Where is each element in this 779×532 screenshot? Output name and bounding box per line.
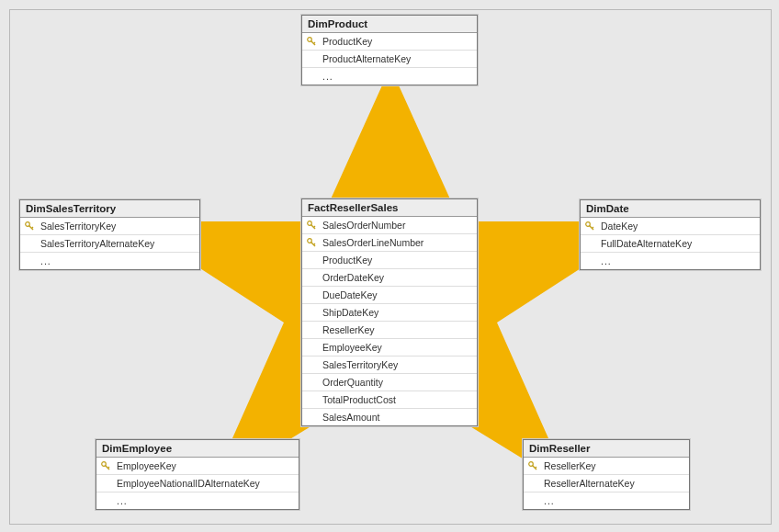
column-name: EmployeeKey xyxy=(319,342,382,353)
column-name: FullDateAlternateKey xyxy=(597,238,692,249)
table-title: DimDate xyxy=(581,200,760,218)
column-name: ShipDateKey xyxy=(319,307,378,318)
column-name: TotalProductCost xyxy=(319,394,396,405)
column-name: SalesTerritoryKey xyxy=(37,221,116,232)
table-DimEmployee[interactable]: DimEmployee EmployeeKey EmployeeNational… xyxy=(96,439,299,510)
table-row[interactable]: SalesAmount xyxy=(302,408,477,425)
table-row[interactable]: SalesTerritoryKey xyxy=(20,218,199,234)
table-DimDate[interactable]: DimDate DateKey FullDateAlternateKey ... xyxy=(580,199,761,270)
column-name: DueDateKey xyxy=(319,289,378,300)
table-DimSalesTerritory[interactable]: DimSalesTerritory SalesTerritoryKey Sale… xyxy=(19,199,200,270)
table-row-ellipsis[interactable]: ... xyxy=(581,252,760,269)
column-name: ResellerKey xyxy=(540,460,596,471)
column-ellipsis: ... xyxy=(113,495,128,506)
table-title: DimEmployee xyxy=(96,440,299,458)
diagram-canvas: DimProduct ProductKey ProductAlternateKe… xyxy=(9,9,772,525)
svg-line-21 xyxy=(536,467,537,469)
table-FactResellerSales[interactable]: FactResellerSales SalesOrderNumber Sales… xyxy=(301,198,478,426)
table-row[interactable]: ResellerAlternateKey xyxy=(524,474,689,492)
table-row-ellipsis[interactable]: ... xyxy=(20,252,199,269)
table-row[interactable]: OrderDateKey xyxy=(302,268,477,286)
column-name: OrderDateKey xyxy=(319,272,384,283)
column-name: SalesTerritoryKey xyxy=(319,359,398,370)
table-row[interactable]: ResellerKey xyxy=(302,321,477,338)
column-name: ResellerAlternateKey xyxy=(540,478,635,489)
column-name: ProductKey xyxy=(319,36,372,47)
key-icon xyxy=(582,221,597,231)
svg-line-18 xyxy=(108,467,110,469)
svg-line-9 xyxy=(314,226,316,228)
column-ellipsis: ... xyxy=(319,71,333,82)
column-name: EmployeeKey xyxy=(113,460,176,471)
key-icon xyxy=(525,461,540,470)
table-title: DimSalesTerritory xyxy=(20,200,199,218)
svg-line-15 xyxy=(593,227,594,229)
table-row[interactable]: EmployeeNationalIDAlternateKey xyxy=(96,474,299,492)
column-ellipsis: ... xyxy=(37,255,51,266)
svg-line-3 xyxy=(314,42,316,44)
key-icon xyxy=(22,221,37,231)
table-row[interactable]: SalesOrderLineNumber xyxy=(302,233,477,251)
table-row[interactable]: SalesOrderNumber xyxy=(302,217,477,233)
svg-line-12 xyxy=(314,243,316,245)
key-icon xyxy=(304,221,319,230)
table-DimProduct[interactable]: DimProduct ProductKey ProductAlternateKe… xyxy=(301,15,478,85)
table-row[interactable]: SalesTerritoryAlternateKey xyxy=(20,234,199,252)
table-row[interactable]: ShipDateKey xyxy=(302,303,477,321)
table-title: DimProduct xyxy=(302,16,477,33)
table-row-ellipsis[interactable]: ... xyxy=(524,492,689,509)
table-row-ellipsis[interactable]: ... xyxy=(302,67,477,85)
key-icon xyxy=(304,238,319,247)
table-row[interactable]: OrderQuantity xyxy=(302,373,477,391)
table-row[interactable]: TotalProductCost xyxy=(302,391,477,408)
table-row[interactable]: ResellerKey xyxy=(524,458,689,474)
table-row[interactable]: DueDateKey xyxy=(302,286,477,303)
table-row[interactable]: EmployeeKey xyxy=(302,338,477,356)
table-row[interactable]: EmployeeKey xyxy=(96,458,299,474)
svg-line-6 xyxy=(32,227,34,229)
table-row[interactable]: DateKey xyxy=(581,218,760,234)
column-name: SalesOrderLineNumber xyxy=(319,237,423,248)
table-row[interactable]: FullDateAlternateKey xyxy=(581,234,760,252)
column-name: ResellerKey xyxy=(319,324,375,335)
column-name: OrderQuantity xyxy=(319,377,383,388)
table-row[interactable]: ProductKey xyxy=(302,251,477,268)
key-icon xyxy=(98,461,113,470)
column-ellipsis: ... xyxy=(597,255,612,266)
table-title: DimReseller xyxy=(524,440,689,458)
column-name: ProductKey xyxy=(319,255,372,266)
table-row[interactable]: ProductKey xyxy=(302,33,477,50)
column-name: ProductAlternateKey xyxy=(319,53,411,64)
column-name: EmployeeNationalIDAlternateKey xyxy=(113,478,260,489)
column-name: SalesTerritoryAlternateKey xyxy=(37,238,154,249)
table-row-ellipsis[interactable]: ... xyxy=(96,492,299,509)
key-icon xyxy=(304,37,319,46)
column-name: SalesOrderNumber xyxy=(319,220,405,231)
table-row[interactable]: ProductAlternateKey xyxy=(302,50,477,67)
table-row[interactable]: SalesTerritoryKey xyxy=(302,356,477,373)
table-title: FactResellerSales xyxy=(302,199,477,217)
column-ellipsis: ... xyxy=(540,495,555,506)
column-name: DateKey xyxy=(597,221,638,232)
table-DimReseller[interactable]: DimReseller ResellerKey ResellerAlternat… xyxy=(523,439,690,510)
column-name: SalesAmount xyxy=(319,412,379,423)
